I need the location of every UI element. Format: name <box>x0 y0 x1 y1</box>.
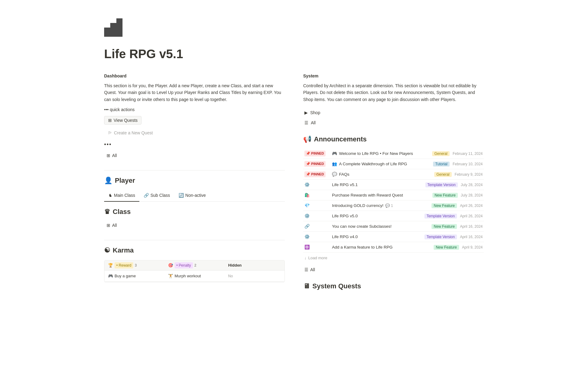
announcement-row[interactable]: ⚛️Add a Karma feature to Life RPGNew Fea… <box>303 242 484 253</box>
logo-icon <box>104 18 123 37</box>
logo-area <box>104 18 484 45</box>
announce-title-col: 👥A Complete Walkthrough of Life RPG <box>332 161 430 167</box>
announce-date: February 10, 2024 <box>453 161 483 167</box>
grid-icon: ⊞ <box>108 118 112 123</box>
tab-main-class[interactable]: ♞ Main Class <box>104 190 139 202</box>
page-title: Life RPG v5.1 <box>104 45 484 63</box>
tag-badge: Template Version <box>424 214 457 219</box>
announcement-row[interactable]: 🔗You can now create Subclasses!New Featu… <box>303 221 484 232</box>
announcement-row[interactable]: 💎Introducing GOLD currency!💬 1New Featur… <box>303 200 484 211</box>
right-column: System Controlled by Architect in a sepa… <box>303 73 484 291</box>
announce-tag-col: New Feature <box>432 223 457 230</box>
announcement-row[interactable]: 📌 PINNED💬FAQsGeneralFebruary 9, 2024 <box>303 169 484 180</box>
create-quest-label: Create a New Quest <box>114 130 153 135</box>
announce-title-text: A Complete Walkthrough of Life RPG <box>339 161 407 167</box>
system-section: System Controlled by Architect in a sepa… <box>303 73 484 291</box>
row-icon: ⚛️ <box>304 244 310 250</box>
announce-date: February 11, 2024 <box>453 151 483 156</box>
reward-count: 3 <box>135 263 137 268</box>
down-arrow-icon: ↓ <box>304 255 307 261</box>
tag-badge: New Feature <box>432 203 457 208</box>
announce-tag-col: Template Version <box>424 213 457 219</box>
reward-badge: • Reward <box>115 262 133 268</box>
karma-penalty-cell[interactable]: 🏋 Murph workout <box>164 271 224 282</box>
flag-icon: 🏳 <box>108 130 112 135</box>
pinned-badge: 📌 PINNED <box>304 151 326 156</box>
karma-reward-cell[interactable]: 🎮 Buy a game <box>104 271 164 282</box>
row-icon: 💎 <box>304 202 310 209</box>
person-icon: 👤 <box>104 175 112 185</box>
player-title-area: 👤 Player <box>104 175 285 185</box>
shop-row[interactable]: ▶ Shop <box>303 108 484 118</box>
tag-badge: New Feature <box>432 193 458 198</box>
announcement-row[interactable]: 📌 PINNED👥A Complete Walkthrough of Life … <box>303 159 484 169</box>
karma-reward-header: 🏆 • Reward 3 <box>104 260 164 271</box>
announce-title-text: Introducing GOLD currency! <box>332 203 383 209</box>
comment-count: 💬 1 <box>385 203 393 208</box>
system-quests-title-area: 🖥 System Quests <box>303 281 484 291</box>
announce-tag-col: New Feature <box>434 244 459 250</box>
triangle-icon: ▶ <box>304 110 308 116</box>
system-heading: System <box>303 73 484 79</box>
svg-rect-2 <box>116 18 123 37</box>
penalty-icon: 🎯 <box>168 262 173 268</box>
divider-1 <box>104 170 285 170</box>
list-icon: ☰ <box>304 120 308 126</box>
announce-title-col: Life RPG v5.0 <box>332 213 421 219</box>
tag-badge: General <box>432 151 450 156</box>
list-icon2: ☰ <box>304 267 308 273</box>
all-button[interactable]: ⊞ All <box>104 152 119 159</box>
view-quests-label: View Quests <box>114 118 138 123</box>
announce-title-text: Welcome to Life RPG • For New Players <box>339 151 413 157</box>
announcement-row[interactable]: ⚙️Life RPG v5.0Template VersionApril 26,… <box>303 211 484 221</box>
grid-small-icon: ⊞ <box>107 153 110 158</box>
cycle-icon: 🔄 <box>179 192 184 199</box>
hidden-value: No <box>228 273 233 279</box>
all-announce-row[interactable]: ☰ All <box>303 265 484 275</box>
shop-label: Shop <box>310 110 320 116</box>
announce-title-col: Life RPG v4.0 <box>332 234 421 240</box>
karma-penalty-header: 🎯 • Penalty 2 <box>164 260 224 271</box>
announce-date: April 9, 2024 <box>462 245 483 250</box>
player-section-title: Player <box>115 175 135 185</box>
reward-item-label: Buy a game <box>115 273 136 279</box>
trophy-icon: 🏆 <box>108 262 113 268</box>
all-announce-label: All <box>310 267 315 273</box>
class-section-title: Class <box>113 207 131 217</box>
announce-tag-col: New Feature <box>432 202 457 209</box>
tab-non-active[interactable]: 🔄 Non-active <box>174 190 210 202</box>
announce-date: February 9, 2024 <box>455 172 483 177</box>
announcement-row[interactable]: 🛍️Purchase Rewards with Reward QuestNew … <box>303 190 484 200</box>
all-system-row[interactable]: ☰ All <box>303 118 484 128</box>
class-tabs: ♞ Main Class 🔗 Sub Class 🔄 Non-active <box>104 190 285 202</box>
class-icon: ♛ <box>104 207 110 217</box>
announce-title-col: Add a Karma feature to Life RPG <box>332 244 431 250</box>
announcement-row[interactable]: ⚙️Life RPG v4.0Template VersionApril 16,… <box>303 232 484 242</box>
announce-tag-col: General <box>434 171 452 178</box>
announce-title-text: Life RPG v4.0 <box>332 234 358 240</box>
system-description: Controlled by Architect in a separate di… <box>303 82 484 103</box>
announce-date: April 26, 2024 <box>460 203 483 208</box>
view-quests-button[interactable]: ⊞ View Quests <box>104 116 141 125</box>
announce-icon-col: 💎 <box>304 202 329 209</box>
announce-title-col: Purchase Rewards with Reward Quest <box>332 192 429 198</box>
title-icon: 🎮 <box>332 151 337 157</box>
game-icon: 🎮 <box>108 273 113 279</box>
system-quest-icon: 🖥 <box>303 281 310 291</box>
announce-icon-col: 📌 PINNED <box>304 151 329 156</box>
load-more-label: Load more <box>308 255 327 261</box>
load-more-btn[interactable]: ↓ Load more <box>303 253 484 264</box>
create-quest-button[interactable]: 🏳 Create a New Quest <box>104 129 156 137</box>
row-icon: 🛍️ <box>304 192 310 198</box>
tab-sub-class[interactable]: 🔗 Sub Class <box>139 190 174 202</box>
announcement-row[interactable]: 📌 PINNED🎮Welcome to Life RPG • For New P… <box>303 148 484 159</box>
announce-icon-col: 🛍️ <box>304 192 329 198</box>
quick-actions-label: ••• quick actions <box>104 107 285 113</box>
announce-tag-col: Tutorial <box>433 161 450 167</box>
announce-icon-col: 📌 PINNED <box>304 171 329 177</box>
sub-class-label: Sub Class <box>150 192 170 199</box>
announce-date: July 28, 2024 <box>461 182 483 188</box>
all-class-button[interactable]: ⊞ All <box>104 222 119 229</box>
workout-icon: 🏋 <box>168 273 173 279</box>
announcement-row[interactable]: ⚙️Life RPG v5.1Template VersionJuly 28, … <box>303 180 484 190</box>
